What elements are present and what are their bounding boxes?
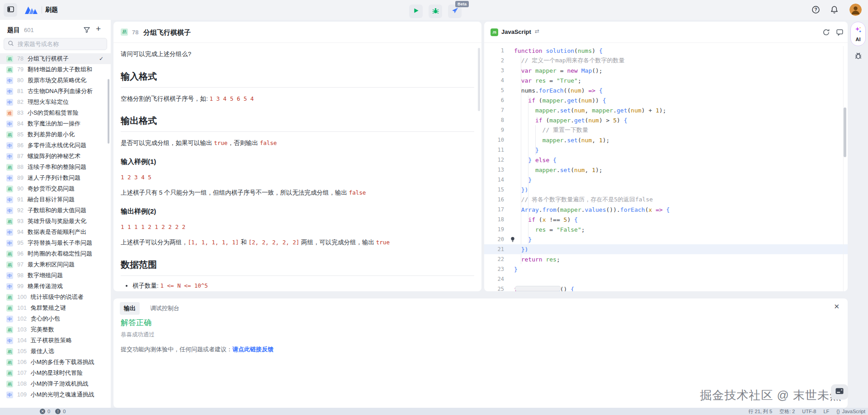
brand-logo-icon[interactable] [24, 5, 39, 15]
code-line[interactable]: 11 } [484, 145, 848, 155]
list-item[interactable]: 易88连续子串和的整除问题 [0, 162, 111, 173]
sidebar-scrollbar[interactable] [108, 79, 109, 144]
list-item[interactable]: 中80股票市场交易策略优化 [0, 75, 111, 86]
list-item[interactable]: 易90奇妙货币交易问题 [0, 183, 111, 194]
list-item[interactable]: 中82理想火车站定位 [0, 97, 111, 107]
code-line[interactable]: 15 }) [484, 185, 848, 195]
line-number: 5 [484, 87, 504, 93]
code-line[interactable]: 4 var res = "True"; [484, 75, 848, 85]
problems-summary[interactable]: ✕ 0 ! 0 [40, 409, 66, 414]
list-item[interactable]: 中84数字魔法的加一操作 [0, 118, 111, 129]
sidebar-toggle-button[interactable] [4, 3, 17, 17]
token: ()). [606, 206, 620, 213]
list-item[interactable]: 中99糖果传递游戏 [0, 281, 111, 292]
token: else [535, 157, 549, 163]
text-run: 上述棋子只有 5 个只能分为一组，但组内棋子序号不一致，所以无法完成分组，输出 [121, 189, 349, 196]
code-line[interactable]: 19 res = "False"; [484, 224, 848, 234]
problem-scrollbar[interactable] [478, 48, 480, 111]
code-line[interactable]: 9 // 重置一下数量 [484, 125, 848, 135]
encoding-setting[interactable]: UTF-8 [802, 409, 816, 414]
search-input[interactable] [17, 40, 100, 48]
list-item[interactable]: 中89迷人子序列计数问题 [0, 173, 111, 183]
code-line[interactable]: 8 if (mapper.get(num) > 5) { [484, 115, 848, 125]
list-item[interactable]: 中94数据表是否能顺利产出 [0, 227, 111, 238]
list-item[interactable]: 易101兔群繁殖之谜 [0, 303, 111, 313]
list-item[interactable]: 中102贪心的小包 [0, 313, 111, 324]
list-item[interactable]: 中109小M的光明之魂速通挑战 [0, 389, 111, 400]
code-line[interactable]: 1function solution(nums) { [484, 46, 848, 56]
code-line[interactable]: 23} [484, 264, 848, 274]
list-item[interactable]: 中87螺旋阵列的神秘艺术 [0, 151, 111, 162]
close-icon[interactable]: ✕ [834, 303, 840, 310]
switch-language-icon[interactable]: ⇄ [535, 28, 539, 34]
code-line[interactable]: 7 mapper.set(num, mapper.get(num) + 1); [484, 105, 848, 115]
list-item[interactable]: 易100统计班级中的说谎者 [0, 292, 111, 303]
editor-horizontal-scrollbar[interactable] [515, 286, 561, 291]
code-line[interactable]: 20 } [484, 234, 848, 244]
code-line[interactable]: 21 }) [484, 244, 848, 254]
tab-output[interactable]: 输出 [120, 302, 140, 315]
code-line[interactable]: 3 var mapper = new Map(); [484, 65, 848, 75]
add-problem-button[interactable]: + [96, 24, 101, 34]
code-line[interactable]: 17 Array.from(mapper.values()).forEach(x… [484, 205, 848, 214]
list-item[interactable]: 易97最大乘积区间问题 [0, 259, 111, 270]
quickfix-lightbulb-icon[interactable] [509, 236, 516, 242]
language-selector[interactable]: JavaScript [501, 28, 531, 35]
list-item[interactable]: 中81古生物DNA序列血缘分析 [0, 86, 111, 97]
list-item[interactable]: 易93英雄升级与奖励最大化 [0, 216, 111, 227]
list-item[interactable]: 易78分组飞行棋棋子✓ [0, 53, 111, 64]
list-item[interactable]: 易105最佳人选 [0, 346, 111, 357]
list-item[interactable]: 中91融合目标计算问题 [0, 194, 111, 205]
code-line[interactable]: 10 mapper.set(num, 1); [484, 135, 848, 145]
help-icon[interactable]: ? [811, 5, 821, 14]
avatar[interactable] [849, 4, 862, 16]
search-box[interactable] [4, 38, 107, 50]
debug-tool-icon[interactable] [854, 51, 863, 60]
list-item[interactable]: 易96时尚圈的衣着稳定性问题 [0, 248, 111, 259]
text-run: 两组，可以完成分组，输出 [299, 239, 376, 246]
code-editor[interactable]: 1function solution(nums) {2 // 定义一个map用来… [484, 46, 848, 291]
list-item[interactable]: 易79翻转增益的最大子数组和 [0, 64, 111, 75]
list-item[interactable]: 易108小M的弹子游戏机挑战 [0, 378, 111, 389]
code-line[interactable]: 14 } [484, 175, 848, 185]
code-line[interactable]: 24 [484, 274, 848, 284]
list-item[interactable]: 中95字符替换与最长子串问题 [0, 238, 111, 248]
code-line[interactable]: 12 } else { [484, 155, 848, 165]
code-history-icon[interactable] [836, 28, 844, 36]
debug-button[interactable] [429, 5, 442, 18]
list-item[interactable]: 易106小M的多任务下载器挑战 [0, 357, 111, 368]
touchpad-toggle-button[interactable] [831, 384, 848, 400]
item-title: 古生物DNA序列血缘分析 [28, 87, 93, 95]
feedback-link[interactable]: 请点此链接反馈 [232, 346, 274, 353]
code-line[interactable]: 18 if (x !== 5) { [484, 214, 848, 224]
language-mode[interactable]: {} JavaScript [836, 409, 865, 414]
tab-debug-console[interactable]: 调试控制台 [146, 302, 184, 315]
list-item[interactable]: 中104五子棋获胜策略 [0, 335, 111, 346]
list-item[interactable]: 易103完美整数 [0, 324, 111, 335]
cursor-position[interactable]: 行 21, 列 5 [748, 408, 772, 415]
code-text: } else { [514, 157, 557, 163]
code-line[interactable]: 6 if (mapper.get(num)) { [484, 95, 848, 105]
token: "True" [557, 77, 578, 84]
reset-code-icon[interactable] [822, 28, 830, 36]
eol-setting[interactable]: LF [823, 409, 829, 414]
code-line[interactable]: 5 nums.forEach((num) => { [484, 85, 848, 95]
editor-scrollbar[interactable] [844, 107, 846, 157]
list-item[interactable]: 易107小M的星球时代冒险 [0, 368, 111, 378]
filter-icon[interactable] [83, 26, 90, 33]
list-item[interactable]: 难83小S的货船租赁冒险 [0, 107, 111, 118]
ai-assistant-button[interactable]: AI [850, 22, 866, 46]
problem-content: 请问可以完成上述分组么?输入格式空格分割的飞行棋棋子序号，如: 1 3 4 5 … [113, 43, 481, 291]
run-button[interactable] [409, 5, 423, 18]
code-line[interactable]: 2 // 定义一个map用来存各个数字的数量 [484, 56, 848, 65]
list-item[interactable]: 中92子数组和的最大值问题 [0, 205, 111, 216]
token: => [588, 87, 595, 94]
list-item[interactable]: 中86多零件流水线优化问题 [0, 140, 111, 151]
notifications-bell-icon[interactable] [830, 5, 839, 14]
code-line[interactable]: 13 mapper.set(num, 1); [484, 165, 848, 175]
code-line[interactable]: 22 return res; [484, 254, 848, 264]
list-item[interactable]: 易85数列差异的最小化 [0, 129, 111, 140]
indentation-setting[interactable]: 空格: 2 [779, 408, 795, 415]
list-item[interactable]: 中98数字增殖问题 [0, 270, 111, 281]
code-line[interactable]: 16 // 将各个数字数量遍历，存在不是5的返回false [484, 195, 848, 205]
